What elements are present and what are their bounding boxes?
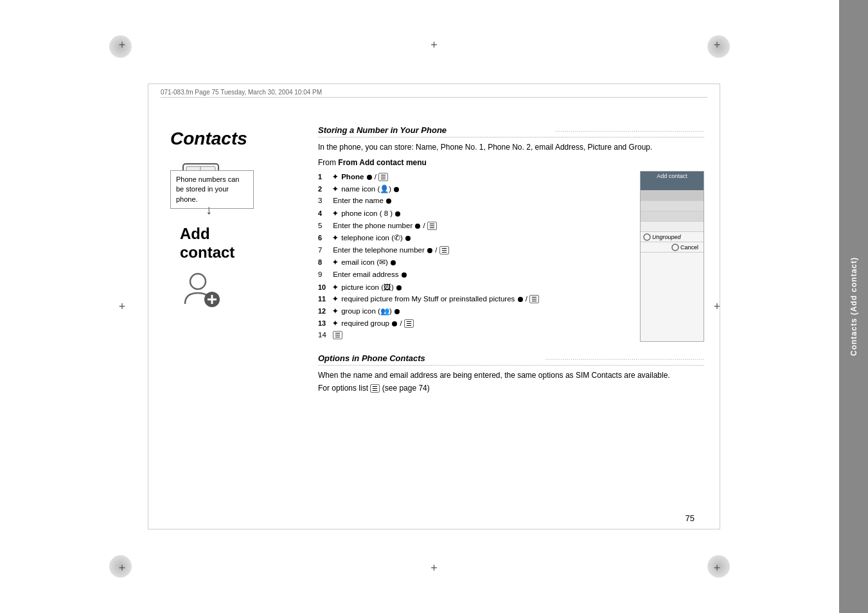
- steps-area: 1 ✦ Phone / ☰ 2 ✦ name icon (👤) 3: [318, 171, 704, 342]
- phone-screenshot: Add contact Ungrouped Cancel: [640, 171, 704, 342]
- add-contact-icon: [180, 269, 222, 310]
- step-9: 9 Enter email address: [318, 269, 627, 281]
- step-5: 5 Enter the phone number / ☰: [318, 220, 627, 233]
- step-7: 7 Enter the telephone number / ☰: [318, 244, 627, 257]
- menu-symbol: ☰: [370, 384, 380, 393]
- step-8: 8 ✦ email icon (✉): [318, 256, 627, 269]
- step-2: 2 ✦ name icon (👤): [318, 183, 627, 195]
- page-number: 75: [686, 513, 695, 523]
- add-contact-title: Addcontact: [180, 225, 235, 262]
- crosshair-ml: +: [116, 300, 128, 313]
- down-arrow: ↓: [206, 202, 212, 217]
- crosshair-bl: +: [116, 562, 128, 574]
- page-title: Contacts: [170, 129, 292, 149]
- callout-text: Phone numbers can be stored in your phon…: [176, 175, 239, 203]
- svg-point-10: [644, 234, 650, 240]
- phone-screen-row-5: [641, 222, 704, 232]
- phone-screen-row-1: [641, 181, 704, 191]
- crosshair-br: +: [711, 562, 723, 574]
- right-section: Storing a Number in Your Phone .........…: [318, 125, 704, 393]
- step-12: 12 ✦ group icon (👥): [318, 305, 627, 317]
- file-info: 071-083.fm Page 75 Tuesday, March 30, 20…: [161, 89, 707, 98]
- options-section: Options in Phone Contacts ..............…: [318, 353, 704, 393]
- crosshair-tc: +: [428, 39, 441, 51]
- step-3: 3 Enter the name: [318, 195, 627, 208]
- svg-point-6: [190, 274, 206, 289]
- phone-screen-title: Add contact: [641, 172, 704, 181]
- from-menu-label: From From Add contact menu: [318, 158, 704, 167]
- steps-list: 1 ✦ Phone / ☰ 2 ✦ name icon (👤) 3: [318, 171, 627, 342]
- crosshair-tl: +: [116, 39, 128, 51]
- step-14: 14 ☰: [318, 329, 627, 342]
- crosshair-bc: +: [428, 562, 441, 574]
- phone-screen-ungrouped: Ungrouped: [641, 232, 704, 242]
- phone-screen-row-2: [641, 191, 704, 201]
- storing-title: Storing a Number in Your Phone .........…: [318, 125, 704, 138]
- phone-screen-row-4: [641, 211, 704, 222]
- callout-box: Phone numbers can be stored in your phon…: [170, 170, 254, 209]
- options-intro-text: When the name and email address are bein…: [318, 369, 704, 381]
- svg-point-11: [672, 244, 678, 251]
- step-4: 4 ✦ phone icon ( 8 ): [318, 208, 627, 220]
- right-sidebar: Contacts (Add contact): [839, 0, 868, 613]
- phone-screen-row-3: [641, 201, 704, 211]
- crosshair-tr: +: [711, 39, 723, 51]
- step-11: 11 ✦ required picture from My Stuff or p…: [318, 293, 627, 305]
- step-6: 6 ✦ telephone icon (✆): [318, 232, 627, 244]
- step-10: 10 ✦ picture icon (🖼): [318, 281, 627, 294]
- options-title: Options in Phone Contacts ..............…: [318, 353, 704, 366]
- step-1: 1 ✦ Phone / ☰: [318, 171, 627, 183]
- sidebar-label: Contacts (Add contact): [849, 257, 858, 356]
- add-contact-section: Addcontact: [180, 225, 235, 312]
- step-13: 13 ✦ required group / ☰: [318, 317, 627, 330]
- phone-screen-cancel: Cancel: [641, 242, 704, 253]
- intro-text: In the phone, you can store: Name, Phone…: [318, 141, 704, 153]
- options-list-ref: For options list ☰ (see page 74): [318, 384, 704, 393]
